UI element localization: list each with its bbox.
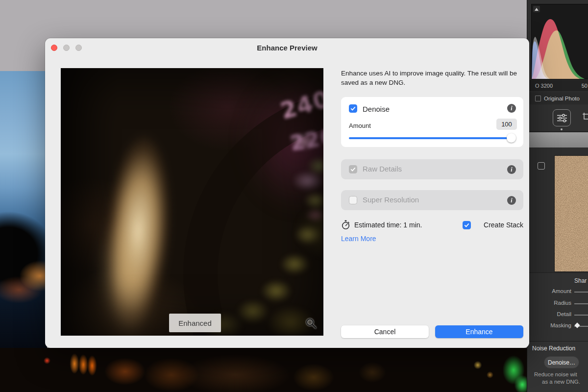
super-resolution-label: Super Resolution	[363, 196, 419, 204]
noise-reduction-note: Reduce noise wit as a new DNG.	[534, 371, 588, 386]
slider-row-radius: Radius	[527, 300, 588, 308]
slider-label-detail: Detail	[527, 311, 571, 317]
original-photo-label: Original Photo	[544, 96, 580, 101]
sliders-icon	[557, 114, 567, 122]
super-resolution-checkbox[interactable]	[349, 196, 357, 204]
cancel-button[interactable]: Cancel	[341, 325, 429, 338]
iso-value: O 3200	[535, 83, 553, 89]
panel-header-band	[527, 132, 588, 147]
lightroom-right-panel: O 3200 50 Original Photo	[527, 0, 588, 392]
focal-value: 50	[582, 83, 588, 89]
detail-preview-thumbnail[interactable]	[554, 155, 588, 272]
masking-slider-thumb[interactable]	[574, 322, 580, 328]
noise-reduction-header: Noise Reduction	[532, 345, 575, 352]
slider-label-masking: Masking	[527, 322, 571, 328]
dialog-description: Enhance uses AI to improve image quality…	[341, 69, 524, 87]
original-photo-checkbox[interactable]	[535, 96, 541, 101]
active-tool-dot	[561, 128, 563, 130]
raw-details-panel: Raw Details i	[341, 159, 523, 179]
panel-denoise-button[interactable]: Denoise…	[544, 356, 579, 368]
amount-label: Amount	[349, 122, 371, 129]
denoise-info-icon[interactable]: i	[507, 104, 516, 113]
estimated-time-row: Estimated time: 1 min.	[341, 220, 422, 230]
amount-slider-thumb[interactable]	[507, 133, 516, 143]
note-line-2: as a new DNG.	[542, 378, 588, 386]
histogram[interactable]	[531, 4, 588, 79]
create-stack-checkbox[interactable]	[463, 221, 471, 229]
raw-details-info-icon[interactable]: i	[507, 165, 516, 174]
dialog-titlebar[interactable]: Enhance Preview	[45, 38, 529, 58]
magnifier-icon[interactable]	[305, 317, 318, 330]
detail-preview-area	[527, 147, 588, 272]
slider-label-amount: Amount	[527, 288, 571, 294]
raw-details-checkbox[interactable]	[349, 165, 357, 173]
detail-zoom-icon[interactable]	[538, 162, 545, 170]
create-stack-label: Create Stack	[484, 221, 523, 229]
enhanced-badge: Enhanced	[169, 314, 221, 332]
crop-tool-icon[interactable]	[582, 112, 588, 122]
amount-slider[interactable]	[349, 133, 515, 143]
timer-icon	[341, 220, 350, 230]
enhance-preview-dialog: Enhance Preview 240 220 Enhanced Enhance…	[45, 38, 529, 348]
amount-slider-track[interactable]	[349, 137, 515, 139]
slider-track-radius[interactable]	[574, 303, 588, 304]
edit-sliders-tool[interactable]	[553, 109, 571, 126]
raw-details-label: Raw Details	[363, 165, 402, 173]
preview-vignette	[61, 68, 323, 336]
learn-more-link[interactable]: Learn More	[341, 235, 376, 243]
super-resolution-panel: Super Resolution i	[341, 190, 523, 210]
amount-value[interactable]: 100	[496, 119, 517, 130]
edit-tools-row	[527, 105, 588, 132]
create-stack-row: Create Stack	[463, 220, 523, 230]
super-resolution-info-icon[interactable]: i	[507, 196, 516, 205]
enhance-button[interactable]: Enhance	[435, 325, 523, 338]
sharpening-header: Shar	[574, 277, 587, 284]
denoise-panel: Denoise i Amount 100	[341, 97, 523, 147]
slider-track-amount[interactable]	[574, 292, 588, 293]
noise-reduction-section: Noise Reduction Denoise… Reduce noise wi…	[527, 341, 588, 392]
histogram-curves	[532, 14, 588, 79]
slider-row-detail: Detail	[527, 311, 588, 319]
slider-track-detail[interactable]	[574, 315, 588, 316]
estimated-time-text: Estimated time: 1 min.	[354, 221, 422, 229]
exif-info-row: O 3200 50	[527, 80, 588, 91]
slider-row-masking: Masking	[527, 322, 588, 330]
slider-row-amount: Amount	[527, 288, 588, 296]
slider-label-radius: Radius	[527, 300, 571, 306]
sharpening-section: Shar Amount Radius Detail Masking	[527, 272, 588, 341]
note-line-1: Reduce noise wit	[534, 371, 577, 377]
background-photo-left	[0, 71, 47, 348]
preview-image[interactable]: 240 220 Enhanced	[61, 68, 323, 336]
denoise-label: Denoise	[363, 105, 390, 113]
denoise-checkbox[interactable]	[349, 104, 357, 113]
dialog-title: Enhance Preview	[45, 44, 529, 52]
original-photo-row[interactable]: Original Photo	[527, 92, 588, 104]
histogram-clipping-toggle[interactable]	[533, 6, 540, 12]
background-photo-bottom	[0, 348, 527, 392]
